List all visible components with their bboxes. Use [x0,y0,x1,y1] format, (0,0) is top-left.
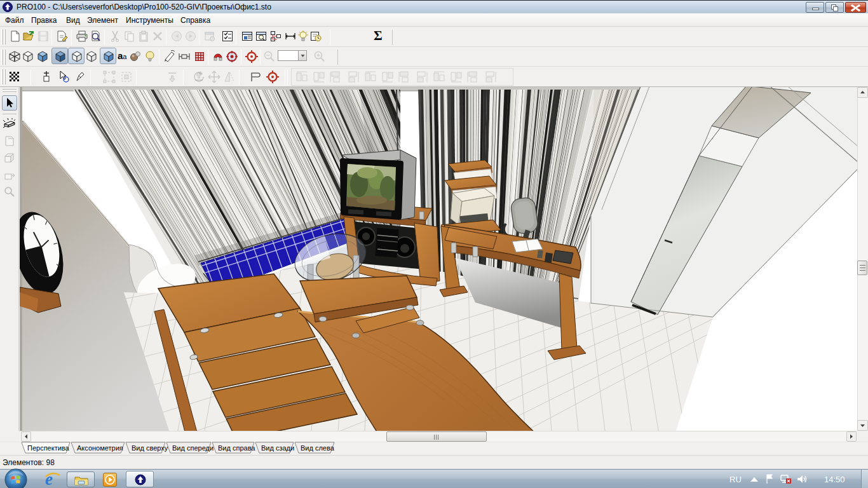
svg-text:Вид сзади: Вид сзади [261,444,294,452]
svg-text:Вид слева: Вид слева [301,444,335,452]
svg-text:Перспектива: Перспектива [27,444,70,452]
svg-text:Вид спереди: Вид спереди [172,444,214,452]
svg-text:Вид сверху: Вид сверху [132,444,168,452]
svg-text:Аксонометрия: Аксонометрия [77,444,123,452]
svg-text:Вид справа: Вид справа [218,444,255,452]
